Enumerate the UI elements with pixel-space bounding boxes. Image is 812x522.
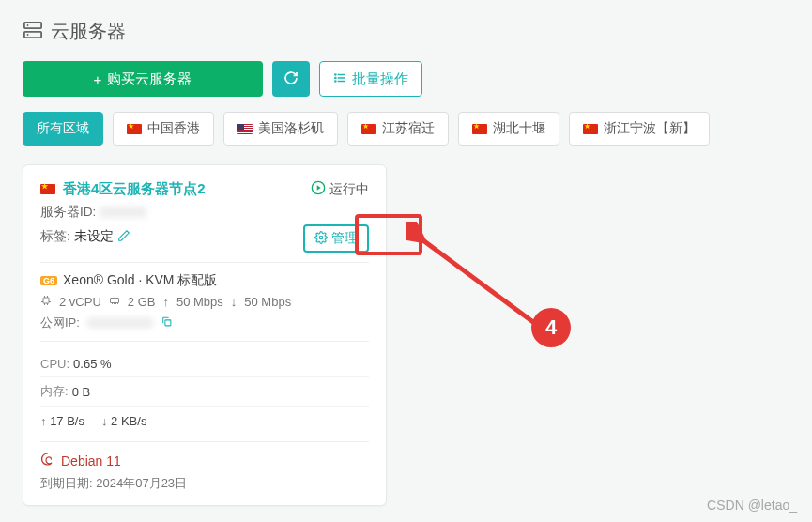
refresh-button[interactable] — [272, 61, 310, 97]
page-title: 云服务器 — [51, 19, 126, 44]
batch-action-button[interactable]: 批量操作 — [319, 61, 422, 97]
divider — [40, 441, 369, 442]
plus-icon: + — [94, 71, 102, 87]
region-hongkong[interactable]: 中国香港 — [113, 112, 214, 146]
net-metric: ↑ 17 B/s ↓ 2 KB/s — [40, 407, 369, 432]
arrow-down-icon: ↓ — [101, 414, 111, 428]
buy-server-label: 购买云服务器 — [107, 70, 192, 88]
svg-point-3 — [27, 34, 29, 36]
svg-point-11 — [319, 236, 323, 239]
cpu-metric: CPU: 0.65 % — [40, 351, 369, 377]
os-row: Debian 11 — [40, 452, 369, 469]
watermark: CSDN @letao_ — [703, 496, 801, 514]
server-title[interactable]: 香港4区云服务器节点2 — [40, 180, 206, 198]
server-stack-icon — [23, 21, 43, 42]
region-suqian[interactable]: 江苏宿迁 — [347, 112, 449, 146]
flag-cn-icon — [472, 124, 487, 134]
spec-row: 2 vCPU 2 GB ↑50 Mbps ↓50 Mbps — [40, 295, 369, 309]
flag-cn-icon — [361, 124, 376, 134]
top-actions: + 购买云服务器 批量操作 — [23, 61, 789, 97]
arrow-down-icon: ↓ — [231, 295, 237, 309]
arrow-up-icon: ↑ — [162, 295, 169, 309]
divider — [40, 341, 369, 342]
flag-cn-icon — [127, 124, 142, 134]
flag-cn-icon — [40, 184, 55, 194]
list-icon — [333, 71, 346, 87]
manage-button[interactable]: 管理 — [303, 224, 369, 253]
copy-icon[interactable] — [161, 315, 173, 330]
batch-action-label: 批量操作 — [352, 70, 408, 88]
region-shiyan[interactable]: 湖北十堰 — [458, 112, 559, 146]
page-header: 云服务器 — [23, 19, 789, 44]
memory-icon — [109, 295, 120, 309]
region-filter-row: 所有区域 中国香港 美国洛杉矶 江苏宿迁 湖北十堰 浙江宁波【新】 — [23, 112, 789, 146]
edit-tag-icon[interactable] — [117, 229, 130, 245]
public-ip-row: 公网IP: — [40, 315, 369, 331]
flag-cn-icon — [583, 124, 598, 134]
flag-us-icon — [237, 124, 253, 134]
tag-row: 标签: 未设定 — [40, 228, 130, 245]
gear-icon — [314, 231, 328, 247]
spec-badge: G6 — [40, 276, 57, 285]
svg-rect-12 — [43, 298, 49, 303]
arrow-up-icon: ↑ — [40, 414, 50, 428]
region-losangeles[interactable]: 美国洛杉矶 — [223, 112, 338, 146]
buy-server-button[interactable]: + 购买云服务器 — [23, 61, 263, 97]
ip-value — [87, 317, 153, 329]
svg-rect-14 — [165, 320, 171, 326]
spec-title: G6 Xeon® Gold · KVM 标配版 — [40, 272, 369, 289]
expire-row: 到期日期: 2024年07月23日 — [40, 475, 369, 492]
debian-swirl-icon — [40, 452, 55, 469]
region-all[interactable]: 所有区域 — [23, 112, 103, 146]
region-ningbo[interactable]: 浙江宁波【新】 — [569, 112, 710, 146]
play-circle-icon — [311, 180, 326, 198]
svg-rect-13 — [110, 299, 118, 303]
divider — [40, 262, 369, 263]
server-status: 运行中 — [311, 180, 369, 198]
server-id-value — [100, 207, 146, 218]
mem-metric: 内存: 0 B — [40, 377, 369, 407]
svg-point-7 — [335, 73, 336, 74]
svg-line-15 — [421, 238, 537, 325]
annotation-step-number: 4 — [531, 308, 571, 347]
annotation-arrow — [406, 222, 556, 344]
server-card: 香港4区云服务器节点2 运行中 服务器ID: 标签: 未设定 管理 — [23, 164, 387, 506]
svg-point-9 — [335, 80, 336, 81]
refresh-icon — [283, 70, 299, 88]
server-id-row: 服务器ID: — [40, 204, 369, 221]
svg-point-2 — [27, 24, 29, 26]
cpu-icon — [40, 295, 52, 309]
svg-point-8 — [335, 77, 336, 78]
